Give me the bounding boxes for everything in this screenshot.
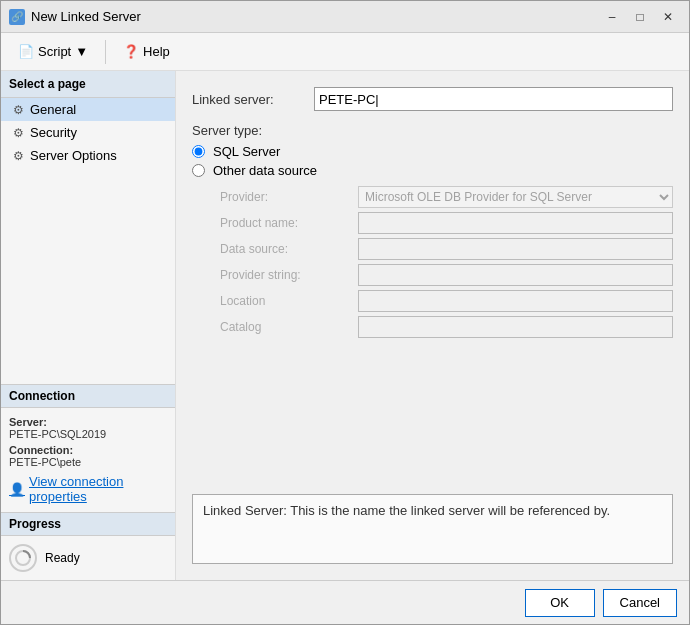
- close-button[interactable]: ✕: [655, 6, 681, 28]
- connection-header: Connection: [1, 385, 175, 408]
- sidebar-item-server-options[interactable]: ⚙ Server Options: [1, 144, 175, 167]
- catalog-label: Catalog: [220, 320, 350, 334]
- sidebar: Select a page ⚙ General ⚙ Security ⚙ Ser…: [1, 71, 176, 580]
- progress-header: Progress: [1, 513, 175, 536]
- sidebar-label-general: General: [30, 102, 76, 117]
- progress-row: Ready: [9, 544, 167, 572]
- help-label: Help: [143, 44, 170, 59]
- maximize-button[interactable]: □: [627, 6, 653, 28]
- linked-server-input[interactable]: [314, 87, 673, 111]
- main-content: Select a page ⚙ General ⚙ Security ⚙ Ser…: [1, 71, 689, 580]
- script-icon: 📄: [18, 44, 34, 59]
- window-icon: 🔗: [9, 9, 25, 25]
- info-box: Linked Server: This is the name the link…: [192, 494, 673, 564]
- connection-label: Connection:: [9, 444, 167, 456]
- options-icon: ⚙: [13, 149, 24, 163]
- window-title: New Linked Server: [31, 9, 141, 24]
- script-button[interactable]: 📄 Script ▼: [9, 39, 97, 64]
- server-type-section: Server type: SQL Server Other data sourc…: [192, 123, 673, 338]
- toolbar-divider: [105, 40, 106, 64]
- connection-value: PETE-PC\pete: [9, 456, 167, 468]
- server-value: PETE-PC\SQL2019: [9, 428, 167, 440]
- sql-server-label: SQL Server: [213, 144, 280, 159]
- ok-button[interactable]: OK: [525, 589, 595, 617]
- linked-server-row: Linked server:: [192, 87, 673, 111]
- title-bar-left: 🔗 New Linked Server: [9, 9, 141, 25]
- link-icon: 👤: [9, 482, 25, 497]
- data-source-label: Data source:: [220, 242, 350, 256]
- sidebar-item-security[interactable]: ⚙ Security: [1, 121, 175, 144]
- product-name-input[interactable]: [358, 212, 673, 234]
- status-text: Ready: [45, 551, 80, 565]
- form-area: Linked server: Server type: SQL Server O…: [176, 71, 689, 580]
- catalog-input[interactable]: [358, 316, 673, 338]
- server-type-label: Server type:: [192, 123, 673, 138]
- data-source-input[interactable]: [358, 238, 673, 260]
- toolbar: 📄 Script ▼ ❓ Help: [1, 33, 689, 71]
- help-button[interactable]: ❓ Help: [114, 39, 179, 64]
- cancel-button[interactable]: Cancel: [603, 589, 677, 617]
- sidebar-label-server-options: Server Options: [30, 148, 117, 163]
- sidebar-item-general[interactable]: ⚙ General: [1, 98, 175, 121]
- other-source-radio[interactable]: [192, 164, 205, 177]
- script-label: Script: [38, 44, 71, 59]
- linked-server-label: Linked server:: [192, 92, 302, 107]
- other-source-grid: Provider: Microsoft OLE DB Provider for …: [220, 186, 673, 338]
- provider-string-label: Provider string:: [220, 268, 350, 282]
- other-source-row: Other data source: [192, 163, 673, 178]
- window: 🔗 New Linked Server – □ ✕ 📄 Script ▼ ❓ H…: [0, 0, 690, 625]
- sql-server-radio[interactable]: [192, 145, 205, 158]
- progress-section: Progress Ready: [1, 512, 175, 580]
- help-icon: ❓: [123, 44, 139, 59]
- sidebar-label-security: Security: [30, 125, 77, 140]
- product-name-label: Product name:: [220, 216, 350, 230]
- view-connection-label: View connection properties: [29, 474, 167, 504]
- footer: OK Cancel: [1, 580, 689, 624]
- sql-server-row: SQL Server: [192, 144, 673, 159]
- gear-icon: ⚙: [13, 103, 24, 117]
- title-bar: 🔗 New Linked Server – □ ✕: [1, 1, 689, 33]
- connection-section: Connection Server: PETE-PC\SQL2019 Conne…: [1, 384, 175, 512]
- spinner-svg: [14, 549, 32, 567]
- minimize-button[interactable]: –: [599, 6, 625, 28]
- server-label: Server:: [9, 416, 167, 428]
- title-bar-controls: – □ ✕: [599, 6, 681, 28]
- script-dropdown-icon: ▼: [75, 44, 88, 59]
- provider-string-input[interactable]: [358, 264, 673, 286]
- location-label: Location: [220, 294, 350, 308]
- provider-label: Provider:: [220, 190, 350, 204]
- location-input[interactable]: [358, 290, 673, 312]
- other-source-label: Other data source: [213, 163, 317, 178]
- info-text: Linked Server: This is the name the link…: [203, 503, 610, 518]
- select-page-header: Select a page: [1, 71, 175, 98]
- provider-select[interactable]: Microsoft OLE DB Provider for SQL Server: [358, 186, 673, 208]
- security-icon: ⚙: [13, 126, 24, 140]
- view-connection-link[interactable]: 👤 View connection properties: [9, 474, 167, 504]
- progress-spinner: [9, 544, 37, 572]
